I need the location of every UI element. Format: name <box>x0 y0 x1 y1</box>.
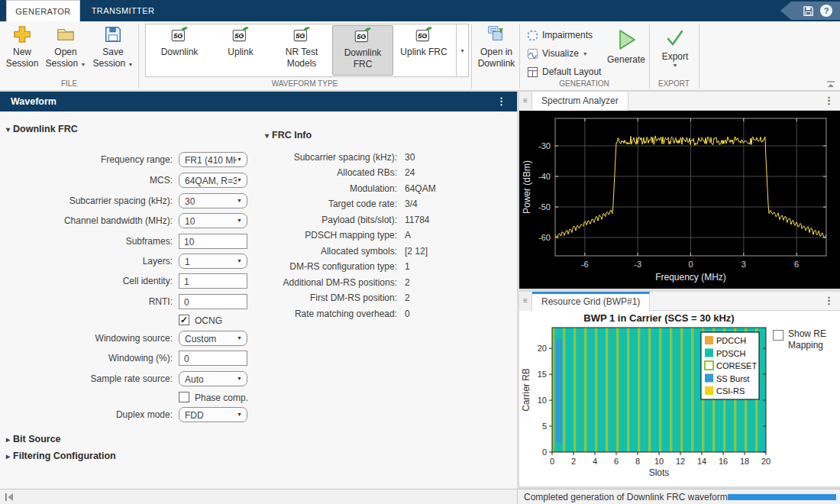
section-bit-source[interactable]: ▸Bit Source <box>6 434 61 444</box>
tab-label: Spectrum Analyzer <box>541 95 619 106</box>
section-downlink-frc[interactable]: ▾Downlink FRC <box>6 124 78 134</box>
layers-dropdown[interactable]: 1 ▼ <box>179 254 247 269</box>
chevron-down-icon: ▼ <box>237 177 242 183</box>
svg-text:-6: -6 <box>581 260 589 269</box>
drag-handle-icon[interactable]: ≡ <box>519 292 532 311</box>
save-session-button[interactable]: Save Session ▼ <box>91 24 135 78</box>
cell-identity-input[interactable]: 1 <box>179 273 247 289</box>
chevron-down-icon: ▼ <box>237 412 242 417</box>
5g-icon: 5G <box>231 25 250 45</box>
info-row: PDSCH mapping type:A <box>260 230 516 242</box>
chevron-down-icon: ▼ <box>237 335 242 341</box>
new-session-plus-icon <box>12 24 32 44</box>
info-value: A <box>405 230 411 241</box>
field-label: Windowing (%): <box>0 353 173 363</box>
svg-text:18: 18 <box>740 457 749 466</box>
group-separator <box>699 24 699 89</box>
tab-resource-grid[interactable]: Resource Grid (BWP#1) <box>532 292 650 311</box>
tab-spectrum-analyzer[interactable]: Spectrum Analyzer <box>532 92 628 111</box>
waveform-type-downlink-frc[interactable]: 5G Downlink FRC <box>332 25 393 76</box>
waveform-type-downlink[interactable]: 5G Downlink <box>149 25 210 76</box>
waveform-panel-menu-icon[interactable]: ⋮ <box>496 96 506 106</box>
info-row: Allocated symbols:[2 12] <box>260 246 516 258</box>
resource-menu-icon[interactable]: ⋮ <box>824 296 834 305</box>
open-in-downlink-button[interactable]: Open in Downlink <box>475 24 518 78</box>
info-label: First DM-RS position: <box>260 292 397 303</box>
spectrum-menu-icon[interactable]: ⋮ <box>824 95 834 105</box>
frequency-range-dropdown[interactable]: FR1 (410 MHz - 7... ▼ <box>179 152 247 167</box>
generate-button[interactable]: Generate <box>605 24 648 78</box>
section-frc-info[interactable]: ▾FRC Info <box>265 130 312 141</box>
info-row: First DM-RS position:2 <box>260 292 516 305</box>
field-frequency-range: Frequency range: FR1 (410 MHz - 7... ▼ <box>0 152 260 167</box>
drag-handle-icon[interactable]: ≡ <box>519 92 532 111</box>
svg-text:0: 0 <box>688 260 693 269</box>
svg-text:6: 6 <box>794 260 799 269</box>
rnti-input[interactable]: 0 <box>179 294 247 309</box>
gallery-dropdown-button[interactable]: ▼ <box>456 24 468 76</box>
windowing-source-dropdown[interactable]: Custom ▼ <box>179 331 247 346</box>
save-session-dropdown-icon[interactable]: ▼ <box>128 62 134 67</box>
phase-comp-label: Phase comp. <box>195 393 248 403</box>
windowing-pct-input[interactable]: 0 <box>179 351 247 366</box>
sample-rate-source-dropdown[interactable]: Auto ▼ <box>179 371 247 386</box>
waveform-type-group-label: WAVEFORM TYPE <box>138 79 471 88</box>
channel-bandwidth-dropdown[interactable]: 10 ▼ <box>179 213 247 228</box>
svg-text:6: 6 <box>614 457 619 466</box>
ocng-checkbox[interactable]: ✓ <box>179 315 189 325</box>
section-collapsed-icon: ▸ <box>6 435 10 444</box>
info-label: Payload (bits/slot): <box>260 215 397 225</box>
svg-text:CSI-RS: CSI-RS <box>716 386 745 396</box>
chevron-down-icon: ▼ <box>237 258 242 263</box>
generation-group-label: GENERATION <box>519 79 649 88</box>
collapse-toolstrip-icon[interactable] <box>826 81 835 89</box>
svg-text:5G: 5G <box>234 32 244 40</box>
duplex-mode-dropdown[interactable]: FDD ▼ <box>179 407 247 422</box>
tab-generator[interactable]: GENERATOR <box>6 0 80 21</box>
open-session-button[interactable]: Open Session ▼ <box>44 24 88 78</box>
subframes-input[interactable]: 10 <box>179 234 247 249</box>
export-button[interactable]: Export ▼ <box>655 24 695 78</box>
waveform-panel: Waveform ⋮ ▾Downlink FRC Frequency range… <box>0 92 517 489</box>
svg-text:5: 5 <box>542 422 547 431</box>
field-label: Channel bandwidth (MHz): <box>0 215 173 226</box>
save-icon[interactable] <box>803 5 814 17</box>
field-subcarrier-spacing: Subcarrier spacing (kHz): 30 ▼ <box>0 193 260 208</box>
waveform-type-gallery: 5G Downlink 5G Uplink 5G NR <box>145 24 469 77</box>
generate-label: Generate <box>607 54 645 66</box>
progress-bar <box>728 494 836 500</box>
field-subframes: Subframes: 10 <box>0 234 260 249</box>
tab-transmitter[interactable]: TRANSMITTER <box>80 0 166 21</box>
mcs-dropdown[interactable]: 64QAM, R=3/4 ▼ <box>179 173 247 188</box>
dropdown-value: 30 <box>185 196 195 207</box>
impairments-button[interactable]: Impairments <box>527 27 593 43</box>
waveform-type-uplink[interactable]: 5G Uplink <box>210 25 271 76</box>
spectrum-tabrow: ≡ Spectrum Analyzer ⋮ <box>519 92 840 111</box>
svg-text:BWP 1 in Carrier (SCS = 30 kHz: BWP 1 in Carrier (SCS = 30 kHz) <box>583 312 734 324</box>
default-layout-label: Default Layout <box>542 66 601 77</box>
collapse-panel-icon[interactable] <box>5 493 15 502</box>
section-filtering-configuration[interactable]: ▸Filtering Configuration <box>6 451 116 461</box>
chevron-down-icon: ▼ <box>237 198 242 203</box>
visualize-button[interactable]: Visualize ▼ <box>527 46 588 61</box>
show-re-mapping-checkbox[interactable] <box>773 330 783 341</box>
spectrum-analyzer-panel: ≡ Spectrum Analyzer ⋮ -6-3036-30-40-50-6… <box>519 92 840 289</box>
resource-grid-body: 0246810121416182005101520BWP 1 in Carrie… <box>519 311 840 486</box>
field-label: Cell identity: <box>0 276 173 286</box>
field-windowing-pct: Windowing (%): 0 <box>0 351 260 366</box>
waveform-type-uplink-frc[interactable]: 5G Uplink FRC <box>393 25 454 76</box>
chevron-down-icon: ▼ <box>237 218 242 223</box>
help-icon[interactable]: ? <box>820 5 832 17</box>
default-layout-button[interactable]: Default Layout <box>527 64 601 79</box>
phase-comp-checkbox[interactable] <box>179 392 189 402</box>
open-session-dropdown-icon[interactable]: ▼ <box>81 62 86 67</box>
new-session-button[interactable]: New Session <box>5 24 40 78</box>
visualize-icon <box>527 48 538 60</box>
svg-text:10: 10 <box>538 396 547 405</box>
svg-text:Slots: Slots <box>649 467 670 478</box>
waveform-type-nr-test-models[interactable]: 5G NR Test Models <box>271 25 332 76</box>
svg-text:CORESET: CORESET <box>716 361 757 370</box>
svg-text:PDCCH: PDCCH <box>716 336 746 345</box>
export-check-icon <box>664 27 686 49</box>
subcarrier-spacing-dropdown[interactable]: 30 ▼ <box>179 193 247 208</box>
